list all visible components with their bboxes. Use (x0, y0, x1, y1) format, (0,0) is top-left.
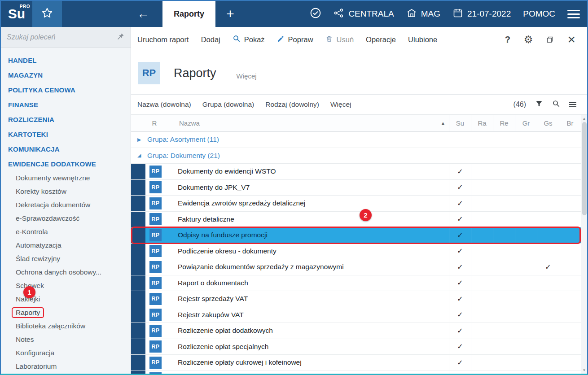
table-row[interactable]: RP Dokumenty do ewidencji WSTO ✓ (131, 164, 581, 180)
sidebar-nav: HANDELMAGAZYNPOLITYKA CENOWAFINANSEROZLI… (1, 48, 131, 373)
sidebar-section-ewidencje-dodatkowe[interactable]: EWIDENCJE DODATKOWE (1, 157, 131, 171)
check-cell-gr (515, 371, 537, 374)
sidebar-item-ochrona-danych-osobowy[interactable]: Ochrona danych osobowy... (1, 266, 131, 279)
table-row[interactable]: RP Rozliczenie opłaty cukrowej i kofeino… (131, 355, 581, 371)
report-name: Dokumenty do ewidencji WSTO (178, 167, 449, 175)
filter-grupa-dowolna[interactable]: Grupa (dowolna) (202, 100, 254, 109)
sort-ascending-icon[interactable]: ▲ (441, 121, 445, 126)
filter-wiecej[interactable]: Więcej (330, 100, 351, 109)
toolbar-pokaz[interactable]: Pokaż (233, 35, 265, 44)
sidebar-section-polityka-cenowa[interactable]: POLITYKA CENOWA (1, 83, 131, 97)
restore-window-icon[interactable] (546, 36, 554, 44)
new-tab-button[interactable]: + (215, 1, 245, 27)
group-row[interactable]: ▶ Grupa: Asortyment (11) (131, 132, 581, 148)
table-row[interactable]: RP (131, 371, 581, 374)
favorites-button[interactable] (32, 1, 62, 27)
settings-gear-icon[interactable]: ⚙ (524, 35, 533, 45)
sidebar-item-naklejki[interactable]: Naklejki (1, 292, 131, 306)
table-row[interactable]: RP Dokumenty do JPK_V7 ✓ (131, 180, 581, 196)
grid-menu-icon[interactable] (569, 102, 576, 107)
search-icon[interactable] (552, 100, 560, 109)
help-menu[interactable]: POMOC (523, 9, 555, 19)
company-selector[interactable]: CENTRALA (333, 8, 394, 21)
column-header-nazwa[interactable]: Nazwa ▲ (178, 115, 449, 131)
column-header-br[interactable]: Br (559, 115, 581, 131)
sidebar-item-korekty-kosztow[interactable]: Korekty kosztów (1, 185, 131, 198)
sidebar-section-kartoteki[interactable]: KARTOTEKI (1, 127, 131, 142)
sidebar-item-konfiguracja[interactable]: Konfiguracja (1, 346, 131, 360)
date-selector[interactable]: 21-07-2022 (452, 8, 511, 21)
sidebar-item-raporty[interactable]: Raporty (1, 306, 131, 319)
column-header-gs[interactable]: Gs (537, 115, 559, 131)
table-row[interactable]: RP Powiązanie dokumentów sprzedaży z mag… (131, 259, 581, 275)
check-cell-gr (515, 355, 537, 371)
sidebar-item-e-sprawozdawczosc[interactable]: e-Sprawozdawczość (1, 212, 131, 225)
sidebar-item-dekretacja-dokumentow[interactable]: Dekretacja dokumentów (1, 198, 131, 212)
sidebar-item-dokumenty-wewnetrzne[interactable]: Dokumenty wewnętrzne (1, 171, 131, 185)
sidebar-section-rozliczenia[interactable]: ROZLICZENIA (1, 112, 131, 127)
column-header-nazwa-label: Nazwa (179, 119, 200, 127)
sidebar-section-magazyn[interactable]: MAGAZYN (1, 68, 131, 83)
check-cell-ra (471, 180, 493, 196)
record-count: (46) (513, 100, 526, 109)
scroll-down-icon[interactable]: ▼ (581, 366, 587, 374)
check-cell-su: ✓ (449, 164, 471, 179)
check-cell-su: ✓ (449, 244, 471, 259)
toolbar-usun[interactable]: Usuń (325, 35, 354, 44)
back-button[interactable]: ← (124, 1, 162, 27)
filter-nazwa-dowolna[interactable]: Nazwa (dowolna) (137, 100, 191, 109)
table-row[interactable]: RP Raport o dokumentach ✓ (131, 275, 581, 292)
sidebar-item-automatyzacja[interactable]: Automatyzacja (1, 239, 131, 252)
toolbar-operacje[interactable]: Operacje (366, 35, 396, 44)
sidebar-item-schowek[interactable]: Schowek (1, 279, 131, 292)
help-button[interactable]: ? (505, 35, 510, 45)
sidebar-section-komunikacja[interactable]: KOMUNIKACJA (1, 142, 131, 157)
sidebar-item-biblioteka-za-acznikow[interactable]: Biblioteka załączników (1, 319, 131, 333)
scrollbar-thumb[interactable] (582, 122, 587, 215)
pin-icon[interactable] (116, 32, 125, 43)
close-icon[interactable]: × (567, 34, 575, 45)
column-header-gr[interactable]: Gr (515, 115, 537, 131)
check-cell-su: ✓ (449, 212, 471, 227)
funnel-filter-icon[interactable] (535, 100, 543, 109)
row-accent-strip (131, 307, 145, 323)
table-row[interactable]: RP Rejestr zakupów VAT ✓ (131, 307, 581, 323)
table-row[interactable]: RP Ewidencja zwrotów sprzedaży detaliczn… (131, 196, 581, 212)
sidebar-section-finanse[interactable]: FINANSE (1, 97, 131, 112)
check-cell-su: ✓ (449, 180, 471, 196)
table-row[interactable]: RP Rozliczenie opłat dodatkowych ✓ (131, 323, 581, 339)
table-row[interactable]: RP Podliczenie okresu - dokumenty ✓ (131, 244, 581, 260)
sidebar-item-e-kontrola[interactable]: e-Kontrola (1, 225, 131, 239)
group-expander-icon[interactable]: ◢ (137, 153, 143, 158)
column-header-su[interactable]: Su (449, 115, 471, 131)
filter-rodzaj-dowolny[interactable]: Rodzaj (dowolny) (265, 100, 319, 109)
column-header-re[interactable]: Re (493, 115, 515, 131)
toolbar-uruchom-raport[interactable]: Uruchom raport (137, 35, 189, 44)
table-row[interactable]: RP Odpisy na fundusze promocji ✓ (131, 227, 581, 244)
sidebar-item-slad-rewizyjny[interactable]: Ślad rewizyjny (1, 252, 131, 266)
check-cell-br (559, 196, 581, 211)
command-search[interactable]: Szukaj poleceń (1, 27, 131, 48)
check-cell-br (559, 259, 581, 275)
check-cell-su: ✓ (449, 307, 471, 323)
table-row[interactable]: RP Rozliczenie opłat specjalnych ✓ (131, 339, 581, 355)
title-more-link[interactable]: Więcej (237, 67, 257, 80)
sidebar-section-handel[interactable]: HANDEL (1, 53, 131, 68)
warehouse-selector[interactable]: MAG (406, 8, 440, 21)
group-row[interactable]: ◢ Grupa: Dokumenty (21) (131, 148, 581, 164)
toolbar-popraw[interactable]: Popraw (277, 35, 313, 44)
tab-raporty[interactable]: Raporty (162, 1, 215, 27)
vertical-scrollbar[interactable]: ▲ ▼ (581, 115, 587, 374)
toolbar-dodaj[interactable]: Dodaj (201, 35, 220, 44)
main-menu-icon[interactable] (567, 10, 580, 18)
sidebar-item-notes[interactable]: Notes (1, 333, 131, 346)
toolbar-ulubione[interactable]: Ulubione (408, 35, 437, 44)
status-check-button[interactable] (310, 7, 321, 21)
column-header-ra[interactable]: Ra (471, 115, 493, 131)
table-row[interactable]: RP Faktury detaliczne ✓2 (131, 212, 581, 228)
group-expander-icon[interactable]: ▶ (137, 137, 143, 143)
table-row[interactable]: RP Rejestr sprzedaży VAT ✓ (131, 291, 581, 307)
column-header-r[interactable]: R (131, 115, 178, 131)
scroll-up-icon[interactable]: ▲ (581, 115, 587, 122)
sidebar-item-laboratorium[interactable]: Laboratorium (1, 360, 131, 373)
